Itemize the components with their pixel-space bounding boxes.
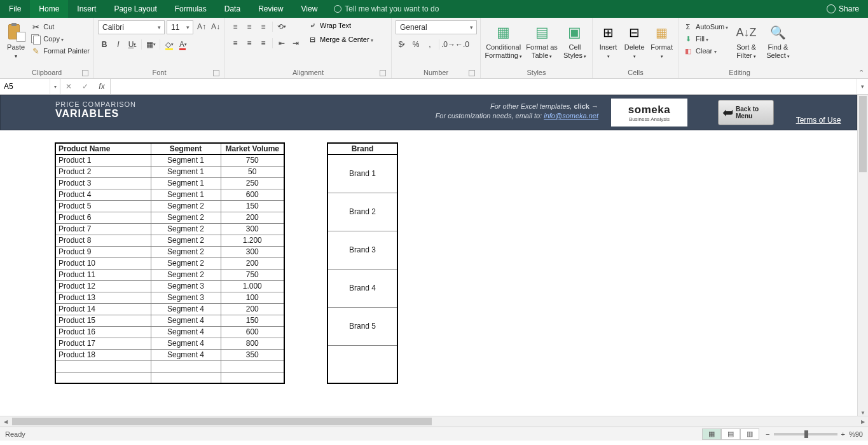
horizontal-scrollbar[interactable]: ◀▶ [0, 416, 868, 427]
products-table[interactable]: Product Name Segment Market Volume Produ… [55, 142, 285, 384]
table-row[interactable]: Product 14Segment 4200 [55, 303, 284, 315]
normal-view-button[interactable]: ▦ [702, 428, 721, 440]
font-dialog-launcher[interactable] [213, 70, 219, 76]
decrease-font-button[interactable]: A↓ [209, 20, 222, 33]
font-size-combo[interactable]: 11▾ [167, 20, 193, 34]
table-row[interactable]: Product 11Segment 2750 [55, 269, 284, 280]
worksheet[interactable]: PRICE COMPARISON VARIABLES For other Exc… [0, 95, 857, 416]
comma-format-button[interactable]: , [424, 38, 436, 51]
format-cells-button[interactable]: ▦ Format▾ [649, 20, 675, 60]
page-layout-view-button[interactable]: ▤ [721, 428, 740, 440]
cancel-formula-button[interactable]: ✕ [60, 82, 77, 91]
format-as-table-button[interactable]: ▤ Format as Table ▾ [525, 20, 559, 60]
merge-center-button[interactable]: ⊟Merge & Center [307, 34, 373, 44]
collapse-ribbon-button[interactable]: ⌃ [858, 69, 864, 77]
orientation-button[interactable]: ⟲ ▾ [275, 20, 288, 33]
find-select-button[interactable]: 🔍 Find & Select ▾ [764, 20, 792, 60]
table-row[interactable]: Product 13Segment 3100 [55, 292, 284, 303]
vertical-scrollbar[interactable]: ▲▼ [857, 95, 868, 416]
table-row[interactable]: Product 10Segment 2200 [55, 257, 284, 269]
italic-button[interactable]: I [112, 38, 125, 51]
increase-decimal-button[interactable]: .0→ [442, 38, 455, 51]
tab-home[interactable]: Home [30, 0, 68, 18]
font-name-combo[interactable]: Calibri▾ [98, 20, 165, 34]
tab-review[interactable]: Review [249, 0, 292, 18]
page-break-view-button[interactable]: ▥ [740, 428, 759, 440]
table-row[interactable]: Brand 2 [327, 193, 397, 231]
zoom-slider[interactable] [774, 433, 837, 435]
table-row[interactable]: Product 17Segment 4800 [55, 338, 284, 349]
table-row[interactable]: Product 15Segment 4150 [55, 315, 284, 326]
zoom-out-button[interactable]: − [766, 430, 769, 438]
conditional-formatting-button[interactable]: ▦ Conditional Formatting ▾ [485, 20, 522, 60]
sort-filter-button[interactable]: A↓Z Sort & Filter ▾ [732, 20, 760, 60]
table-row[interactable]: Product 5Segment 2150 [55, 200, 284, 212]
clipboard-dialog-launcher[interactable] [82, 70, 88, 76]
expand-formula-bar[interactable]: ▾ [857, 79, 868, 94]
table-row[interactable] [55, 372, 284, 383]
cell-styles-button[interactable]: ▣ Cell Styles ▾ [561, 20, 588, 60]
table-row[interactable]: Product 12Segment 31.000 [55, 280, 284, 292]
number-dialog-launcher[interactable] [469, 70, 475, 76]
zoom-level[interactable]: %90 [849, 430, 863, 438]
table-row[interactable]: Product 6Segment 2200 [55, 212, 284, 223]
name-box-input[interactable] [0, 82, 50, 91]
tab-insert[interactable]: Insert [68, 0, 105, 18]
table-row[interactable] [55, 360, 284, 372]
table-row[interactable]: Product 4Segment 1600 [55, 189, 284, 200]
cut-button[interactable]: Cut [31, 22, 90, 32]
align-left-button[interactable]: ≡ [229, 37, 242, 50]
table-row[interactable]: Product 7Segment 2300 [55, 223, 284, 235]
number-format-combo[interactable]: General▾ [396, 20, 477, 34]
format-painter-button[interactable]: Format Painter [31, 46, 90, 56]
increase-indent-button[interactable]: ⇥ [289, 37, 302, 50]
brands-table[interactable]: Brand Brand 1Brand 2Brand 3Brand 4Brand … [327, 142, 398, 384]
paste-button[interactable]: Paste▾ [4, 20, 28, 60]
tab-page-layout[interactable]: Page Layout [105, 0, 165, 18]
table-row[interactable]: Brand 5 [327, 307, 397, 345]
table-row[interactable]: Brand 4 [327, 269, 397, 307]
table-row[interactable]: Product 18Segment 4350 [55, 349, 284, 360]
tab-view[interactable]: View [293, 0, 327, 18]
someka-logo[interactable]: someka Business Analysis [611, 99, 687, 127]
align-bottom-button[interactable]: ≡ [257, 20, 270, 33]
enter-formula-button[interactable]: ✓ [77, 82, 93, 91]
decrease-indent-button[interactable]: ⇤ [275, 37, 288, 50]
name-box[interactable]: ▾ [0, 79, 60, 94]
tab-file[interactable]: File [0, 0, 30, 18]
increase-font-button[interactable]: A↑ [195, 20, 208, 33]
bold-button[interactable]: B [98, 38, 111, 51]
copy-button[interactable]: Copy [31, 34, 90, 44]
table-row[interactable] [327, 345, 397, 383]
fill-color-button[interactable]: ◇ ▾ [163, 38, 176, 51]
zoom-in-button[interactable]: + [841, 430, 845, 438]
table-row[interactable]: Product 8Segment 21.200 [55, 235, 284, 246]
back-to-menu-button[interactable]: ➥ Back toMenu [718, 100, 774, 125]
table-row[interactable]: Product 3Segment 1250 [55, 177, 284, 189]
percent-format-button[interactable]: % [410, 38, 422, 51]
tell-me-search[interactable]: Tell me what you want to do [326, 0, 446, 18]
name-box-dropdown[interactable]: ▾ [50, 79, 60, 94]
align-middle-button[interactable]: ≡ [243, 20, 256, 33]
table-row[interactable]: Brand 1 [327, 154, 397, 193]
tab-formulas[interactable]: Formulas [166, 0, 216, 18]
autosum-button[interactable]: ΣAutoSum [683, 22, 728, 32]
table-row[interactable]: Product 9Segment 2300 [55, 246, 284, 257]
table-row[interactable]: Product 2Segment 150 [55, 166, 284, 177]
underline-button[interactable]: U ▾ [126, 38, 139, 51]
terms-of-use-link[interactable]: Terms of Use [796, 116, 841, 125]
share-button[interactable]: Share [818, 0, 868, 18]
wrap-text-button[interactable]: ⤶Wrap Text [307, 20, 373, 31]
font-color-button[interactable]: A ▾ [177, 38, 189, 51]
accounting-format-button[interactable]: $ ▾ [396, 38, 408, 51]
table-row[interactable]: Brand 3 [327, 231, 397, 269]
borders-button[interactable]: ▦ ▾ [144, 38, 157, 51]
tab-data[interactable]: Data [216, 0, 249, 18]
clear-button[interactable]: ◧Clear [683, 46, 728, 56]
email-link[interactable]: info@someka.net [544, 112, 598, 120]
decrease-decimal-button[interactable]: ←.0 [456, 38, 469, 51]
alignment-dialog-launcher[interactable] [380, 70, 386, 76]
align-top-button[interactable]: ≡ [229, 20, 242, 33]
insert-function-button[interactable]: fx [93, 82, 110, 91]
insert-cells-button[interactable]: ⊞ Insert▾ [596, 20, 620, 60]
